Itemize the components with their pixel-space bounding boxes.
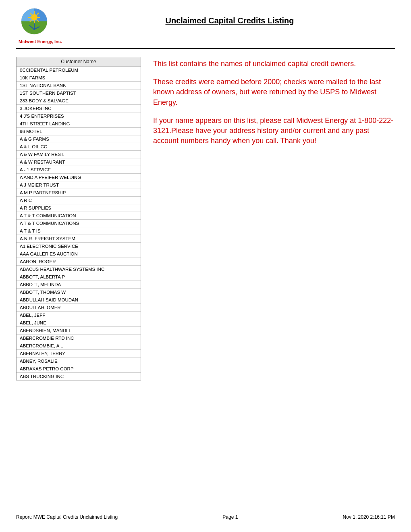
main-content: Customer Name 0CCIDENTAL PETROLEUM10K FA… xyxy=(16,57,395,380)
table-row: ABEL, JUNE xyxy=(17,319,141,327)
page-footer: Report: MWE Capital Credits Unclaimed Li… xyxy=(16,514,395,520)
table-row: 3 JOKERS INC xyxy=(17,105,141,112)
table-row: ABEL, JEFF xyxy=(17,312,141,319)
table-row: 10K FARMS xyxy=(17,74,141,82)
table-row: 0CCIDENTAL PETROLEUM xyxy=(17,66,141,74)
svg-point-13 xyxy=(33,29,35,30)
table-row: A1 ELECTRONIC SERVICE xyxy=(17,243,141,250)
table-row: A & W FAMILY REST. xyxy=(17,151,141,158)
table-row: ABACUS HEALTHWARE SYSTEMS INC xyxy=(17,266,141,273)
table-row: A T & T COMMUNICATIONS xyxy=(17,220,141,227)
table-row: ABDULLAH, OMER xyxy=(17,304,141,312)
description-para3: If your name appears on this list, pleas… xyxy=(153,116,395,146)
table-row: ABNEY, ROSALIE xyxy=(17,357,141,365)
logo-text: Midwest Energy, Inc. xyxy=(16,39,64,44)
table-row: 4 J'S ENTERPRISES xyxy=(17,112,141,120)
table-row: ABENDSHIEN, MANDI L xyxy=(17,327,141,335)
table-row: 1ST SOUTHERN BAPTIST xyxy=(17,89,141,97)
table-row: ABDULLAH SAID MOUDAN xyxy=(17,296,141,304)
para3-text: If your name appears on this list, pleas… xyxy=(153,116,395,146)
customer-table: Customer Name 0CCIDENTAL PETROLEUM10K FA… xyxy=(16,57,141,380)
table-row: A & W RESTAURANT xyxy=(17,158,141,166)
svg-point-1 xyxy=(31,14,37,21)
table-row: A R SUPPLIES xyxy=(17,204,141,212)
footer-report-label: Report: MWE Capital Credits Unclaimed Li… xyxy=(16,514,118,520)
table-row: ABBOTT, MELINDA xyxy=(17,281,141,289)
table-row: 96 MOTEL xyxy=(17,128,141,135)
table-row: ABERCROMBIE RTD INC xyxy=(17,335,141,342)
table-row: A - 1 SERVICE xyxy=(17,166,141,174)
description-column: This list contains the names of unclaime… xyxy=(153,57,395,380)
logo-area: Midwest Energy, Inc. xyxy=(16,8,64,44)
footer-page-label: Page 1 xyxy=(222,514,238,520)
customer-table-column: Customer Name 0CCIDENTAL PETROLEUM10K FA… xyxy=(16,57,141,380)
logo-image xyxy=(16,8,52,38)
para2-text: These credits were earned before 2000; c… xyxy=(153,77,395,108)
footer-datetime-label: Nov 1, 2020 2:16:11 PM xyxy=(343,514,395,520)
table-row: A M P PARTNERSHIP xyxy=(17,189,141,197)
table-row: ABERNATHY, TERRY xyxy=(17,350,141,357)
table-row: A J MEIER TRUST xyxy=(17,181,141,189)
table-row: 283 BODY & SALVAGE xyxy=(17,97,141,105)
table-header: Customer Name xyxy=(17,57,141,66)
table-row: ABERCROMBIE, A L xyxy=(17,342,141,350)
table-row: A & G FARMS xyxy=(17,135,141,143)
table-row: A AND A PFEIFER WELDING xyxy=(17,174,141,181)
para1-text: This list contains the names of unclaime… xyxy=(153,59,395,69)
page-header: Midwest Energy, Inc. Unclaimed Capital C… xyxy=(16,8,395,44)
description-para1: This list contains the names of unclaime… xyxy=(153,59,395,69)
table-row: AARON, ROGER xyxy=(17,258,141,266)
table-row: 4TH STREET LANDING xyxy=(17,120,141,128)
table-row: A & L OIL CO xyxy=(17,143,141,151)
table-row: A R C xyxy=(17,197,141,204)
table-row: ABRAXAS PETRO CORP xyxy=(17,365,141,373)
description-para2: These credits were earned before 2000; c… xyxy=(153,77,395,108)
table-row: ABBOTT, ALBERTA P xyxy=(17,273,141,281)
table-row: A T & T IS xyxy=(17,227,141,235)
table-row: ABS TRUCKING INC xyxy=(17,373,141,380)
title-area: Unclaimed Capital Credits Listing xyxy=(64,8,395,25)
header-divider xyxy=(16,48,395,49)
table-row: A.N.R. FREIGHT SYSTEM xyxy=(17,235,141,243)
table-row: AAA GALLERIES AUCTION xyxy=(17,250,141,258)
table-row: 1ST NATIONAL BANK xyxy=(17,82,141,89)
page-title: Unclaimed Capital Credits Listing xyxy=(166,16,294,25)
table-row: A T & T COMMUNICATION xyxy=(17,212,141,220)
table-row: ABBOTT, THOMAS W xyxy=(17,289,141,296)
